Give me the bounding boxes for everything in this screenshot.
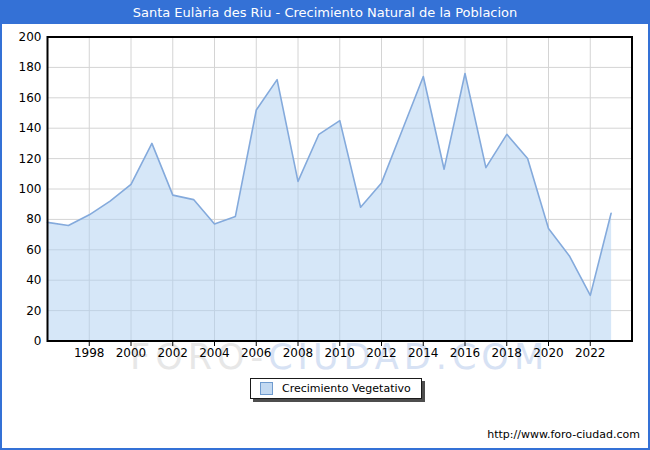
y-tick-label: 100 <box>19 182 42 196</box>
y-tick-label: 80 <box>26 212 41 226</box>
x-tick-label: 2014 <box>408 346 439 360</box>
y-tick-label: 200 <box>19 30 42 44</box>
y-tick-label: 40 <box>26 273 41 287</box>
legend-label: Crecimiento Vegetativo <box>282 382 411 395</box>
x-tick-label: 2018 <box>491 346 522 360</box>
legend-swatch-icon <box>260 382 273 395</box>
x-tick-label: 2012 <box>366 346 397 360</box>
x-tick-label: 2016 <box>450 346 481 360</box>
footer-url: http://www.foro-ciudad.com <box>487 428 640 441</box>
area-fill <box>48 74 612 342</box>
x-tick-label: 2020 <box>533 346 564 360</box>
x-tick-label: 2008 <box>283 346 314 360</box>
x-tick-label: 2006 <box>241 346 272 360</box>
y-tick-label: 140 <box>19 121 42 135</box>
x-tick-label: 2004 <box>199 346 230 360</box>
legend: Crecimiento Vegetativo <box>250 378 422 399</box>
x-tick-label: 1998 <box>74 346 105 360</box>
y-tick-label: 20 <box>26 304 41 318</box>
y-tick-label: 60 <box>26 243 41 257</box>
x-tick-label: 2010 <box>324 346 355 360</box>
y-tick-label: 180 <box>19 60 42 74</box>
chart-window: Santa Eulària des Riu - Crecimiento Natu… <box>0 0 650 450</box>
x-tick-label: 2002 <box>157 346 188 360</box>
y-tick-label: 0 <box>34 334 42 348</box>
y-tick-label: 120 <box>19 152 42 166</box>
y-tick-label: 160 <box>19 91 42 105</box>
x-tick-label: 2000 <box>116 346 147 360</box>
x-tick-label: 2022 <box>575 346 606 360</box>
